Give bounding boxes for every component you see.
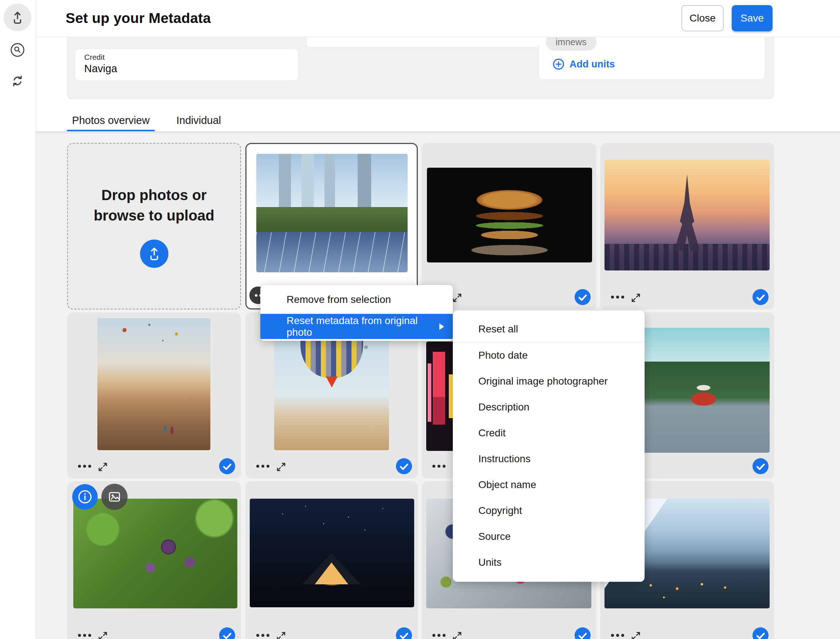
plus-circle-icon: [552, 58, 565, 70]
menu-item-reset-metadata-label: Reset metadata from original photo: [286, 315, 439, 338]
submenu-item-units[interactable]: Units: [453, 549, 644, 575]
units-panel: imnews Add units: [539, 32, 765, 79]
expand-icon[interactable]: [631, 631, 641, 639]
image-type-icon: [107, 489, 122, 504]
photo-thumbnail-night-camp: [250, 499, 414, 607]
photo-thumbnail-plums: [73, 499, 237, 608]
selected-check[interactable]: [752, 289, 768, 305]
photo-thumbnail-paris-eiffel: [605, 160, 770, 270]
photo-card-burger[interactable]: [422, 143, 597, 310]
expand-icon[interactable]: [276, 462, 286, 472]
submenu-item-instructions[interactable]: Instructions: [453, 446, 644, 472]
expand-icon[interactable]: [98, 631, 108, 639]
photo-card-cappadocia[interactable]: [67, 312, 241, 478]
expand-icon[interactable]: [276, 631, 286, 639]
more-options-icon[interactable]: [433, 465, 445, 468]
search-icon: [10, 42, 25, 57]
upload-icon: [147, 246, 162, 261]
submenu-item-copyright[interactable]: Copyright: [453, 498, 644, 523]
photo-thumbnail-solar-panels-city: [256, 154, 407, 272]
selected-check[interactable]: [396, 458, 412, 474]
search-tool-button[interactable]: [4, 36, 31, 64]
dialog-header: Set up your Metadata Close Save: [35, 0, 840, 37]
dropzone-card[interactable]: Drop photos orbrowse to upload: [67, 143, 241, 310]
browse-upload-button[interactable]: [140, 240, 169, 268]
submenu-item-description[interactable]: Description: [453, 394, 644, 420]
close-button[interactable]: Close: [681, 5, 724, 31]
photo-card-solar-panels-city[interactable]: [245, 143, 418, 310]
expand-icon[interactable]: [452, 631, 462, 639]
expand-icon[interactable]: [631, 293, 641, 303]
eiffel-tower-silhouette: [667, 174, 707, 251]
credit-field-value: Naviga: [84, 63, 298, 75]
reset-metadata-submenu: Reset all Photo date Original image phot…: [453, 311, 644, 582]
submenu-item-reset-all[interactable]: Reset all: [453, 316, 644, 342]
submenu-arrow-icon: [439, 323, 444, 330]
dropzone-text: Drop photos orbrowse to upload: [94, 185, 215, 226]
upload-tool-button[interactable]: [4, 4, 31, 31]
selected-check[interactable]: [574, 627, 590, 639]
add-units-button[interactable]: Add units: [552, 58, 615, 70]
tab-photos-overview[interactable]: Photos overview: [67, 110, 155, 131]
more-options-icon[interactable]: [256, 634, 269, 637]
left-toolbar: [0, 0, 36, 639]
info-badge[interactable]: [72, 484, 98, 510]
submenu-item-source[interactable]: Source: [453, 523, 644, 549]
expand-icon[interactable]: [452, 293, 462, 303]
balloon-basket: [326, 377, 337, 388]
submenu-item-credit[interactable]: Credit: [453, 420, 644, 446]
more-options-icon[interactable]: [433, 634, 445, 637]
more-options-icon[interactable]: [256, 465, 269, 468]
refresh-tool-button[interactable]: [4, 67, 31, 95]
more-options-icon[interactable]: [611, 296, 624, 299]
active-tab-underline: [67, 130, 155, 131]
refresh-icon: [10, 74, 25, 88]
more-options-icon[interactable]: [611, 634, 624, 637]
more-options-icon[interactable]: [78, 465, 91, 468]
photo-context-menu: Remove from selection Reset metadata fro…: [260, 285, 453, 341]
photo-thumbnail-burger: [427, 168, 592, 262]
add-units-label: Add units: [570, 59, 615, 70]
selected-check[interactable]: [752, 627, 768, 639]
selected-check[interactable]: [574, 289, 590, 305]
photo-card-night-camp[interactable]: [245, 481, 418, 639]
credit-field[interactable]: Credit Naviga: [75, 49, 298, 80]
page-title: Set up your Metadata: [65, 10, 211, 26]
more-options-icon[interactable]: [78, 634, 91, 637]
menu-item-remove-from-selection[interactable]: Remove from selection: [260, 285, 453, 314]
image-type-badge[interactable]: [101, 484, 127, 510]
credit-field-label: Credit: [84, 53, 298, 62]
photo-thumbnail-cappadocia: [97, 318, 210, 450]
photo-card-paris-eiffel[interactable]: [600, 143, 775, 310]
selected-check[interactable]: [219, 458, 235, 474]
save-button[interactable]: Save: [732, 5, 773, 31]
info-icon: [77, 489, 93, 505]
submenu-item-photo-date[interactable]: Photo date: [453, 342, 644, 368]
menu-item-reset-metadata[interactable]: Reset metadata from original photo: [260, 314, 453, 339]
upload-icon: [11, 11, 24, 24]
photo-card-plums[interactable]: [67, 481, 241, 639]
selected-check[interactable]: [752, 458, 768, 474]
camp-shelter-shape: [302, 553, 361, 584]
expand-icon[interactable]: [98, 462, 108, 472]
selected-check[interactable]: [219, 627, 235, 639]
submenu-item-object-name[interactable]: Object name: [453, 472, 644, 498]
submenu-item-original-image-photographer[interactable]: Original image photographer: [453, 368, 644, 394]
tab-individual[interactable]: Individual: [166, 110, 232, 131]
selected-check[interactable]: [396, 627, 412, 639]
